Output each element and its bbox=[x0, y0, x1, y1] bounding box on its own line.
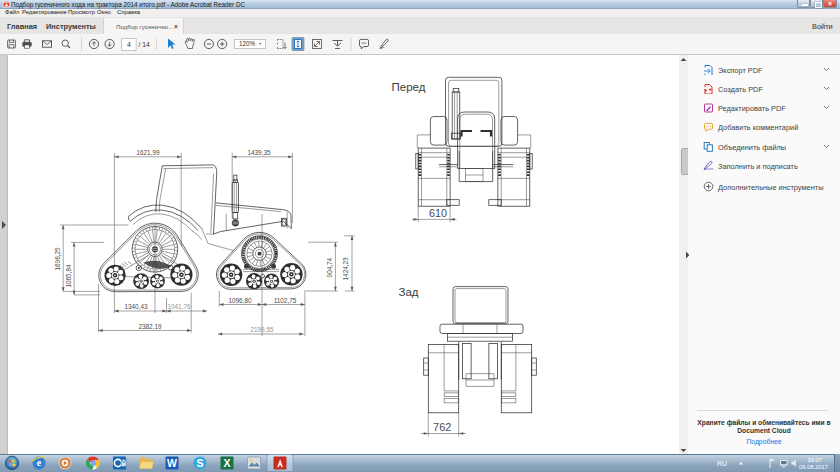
svg-text:RU: RU bbox=[717, 460, 727, 467]
svg-text:2382,19: 2382,19 bbox=[138, 323, 162, 330]
svg-text:09.08.2017: 09.08.2017 bbox=[799, 464, 828, 470]
svg-text:Перед: Перед bbox=[392, 81, 426, 93]
svg-text:1621,99: 1621,99 bbox=[136, 149, 160, 156]
svg-text:W: W bbox=[167, 457, 177, 469]
svg-text:904,74: 904,74 bbox=[326, 257, 333, 277]
svg-text:1102,75: 1102,75 bbox=[274, 297, 297, 304]
svg-text:16:07: 16:07 bbox=[807, 457, 822, 463]
svg-text:1424,23: 1424,23 bbox=[343, 257, 350, 281]
svg-text:610: 610 bbox=[429, 207, 447, 219]
svg-text:S: S bbox=[196, 457, 203, 469]
svg-text:X: X bbox=[223, 457, 230, 469]
svg-text:1096,80: 1096,80 bbox=[228, 297, 252, 304]
svg-text:762: 762 bbox=[433, 421, 451, 433]
svg-text:1696,25: 1696,25 bbox=[55, 247, 62, 271]
svg-text:2199,55: 2199,55 bbox=[250, 326, 274, 333]
svg-text:e: e bbox=[37, 457, 42, 468]
svg-text:1340,43: 1340,43 bbox=[124, 303, 148, 310]
svg-text:1041,76: 1041,76 bbox=[167, 303, 191, 310]
svg-text:1065,84: 1065,84 bbox=[65, 264, 72, 288]
svg-text:4: 4 bbox=[127, 41, 131, 48]
svg-text:/ 14: / 14 bbox=[139, 41, 151, 48]
svg-text:120%: 120% bbox=[239, 40, 256, 47]
svg-text:1439,35: 1439,35 bbox=[247, 149, 271, 156]
svg-text:Зад: Зад bbox=[399, 286, 419, 298]
